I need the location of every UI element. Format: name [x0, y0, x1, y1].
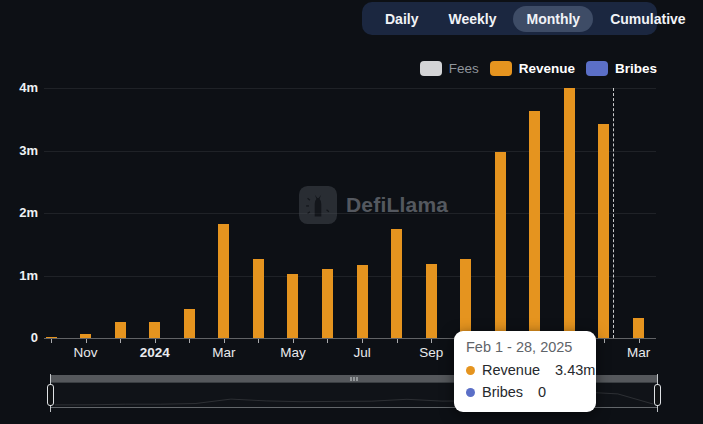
- tab-weekly[interactable]: Weekly: [435, 6, 509, 32]
- x-axis-tick: [51, 339, 52, 343]
- slider-grip-icon: [351, 377, 358, 381]
- revenue-bar[interactable]: [80, 334, 91, 338]
- revenue-bar[interactable]: [564, 88, 575, 338]
- legend-item-fees[interactable]: Fees: [420, 61, 479, 76]
- x-axis-tick: [293, 339, 294, 343]
- x-axis-tick: [224, 339, 225, 343]
- revenue-bar[interactable]: [426, 264, 437, 338]
- period-tab-bar: Daily Weekly Monthly Cumulative: [362, 2, 657, 35]
- y-axis-labels: 01m2m3m4m: [0, 0, 38, 424]
- chart-tooltip: Feb 1 - 28, 2025 Revenue 3.43m Bribes 0: [454, 331, 596, 412]
- bribes-swatch-icon: [586, 61, 608, 76]
- slider-right-handle[interactable]: [654, 384, 661, 406]
- tab-daily[interactable]: Daily: [372, 6, 431, 32]
- x-axis-tick: [362, 339, 363, 343]
- chart-page: Daily Weekly Monthly Cumulative Fees Rev…: [0, 0, 703, 424]
- x-axis-tick-label: Nov: [74, 345, 98, 360]
- tooltip-series-value: 0: [538, 381, 546, 403]
- bribes-dot-icon: [466, 388, 475, 397]
- legend-label: Fees: [449, 61, 479, 76]
- x-axis-tick: [431, 339, 432, 343]
- x-axis-tick: [397, 339, 398, 343]
- x-axis-tick: [639, 339, 640, 343]
- legend-label: Bribes: [615, 61, 657, 76]
- revenue-bar[interactable]: [598, 124, 609, 338]
- fees-swatch-icon: [420, 61, 442, 76]
- y-axis-tick-label: 4m: [0, 80, 38, 96]
- y-axis-tick-label: 0: [0, 330, 38, 346]
- slider-left-handle[interactable]: [47, 384, 54, 406]
- x-axis-tick: [86, 339, 87, 343]
- tab-monthly[interactable]: Monthly: [513, 6, 593, 32]
- x-axis-tick-label: 2024: [140, 345, 170, 360]
- revenue-bar[interactable]: [218, 224, 229, 338]
- revenue-bar[interactable]: [529, 111, 540, 339]
- tooltip-date: Feb 1 - 28, 2025: [466, 339, 584, 355]
- x-axis-tick: [604, 339, 605, 343]
- revenue-bar[interactable]: [253, 259, 264, 338]
- revenue-bar[interactable]: [149, 322, 160, 338]
- revenue-dot-icon: [466, 366, 475, 375]
- x-axis-tick-label: Jul: [353, 345, 370, 360]
- x-axis-tick-label: Mar: [212, 345, 235, 360]
- tooltip-series-name: Revenue: [482, 359, 540, 381]
- tab-cumulative[interactable]: Cumulative: [597, 6, 698, 32]
- x-axis-tick: [189, 339, 190, 343]
- x-axis-tick: [120, 339, 121, 343]
- y-axis-tick-label: 3m: [0, 143, 38, 159]
- tooltip-row-revenue: Revenue 3.43m: [466, 359, 584, 381]
- revenue-bar[interactable]: [115, 322, 126, 338]
- x-axis-tick-label: May: [280, 345, 306, 360]
- revenue-bar[interactable]: [633, 318, 644, 338]
- revenue-bar[interactable]: [391, 229, 402, 338]
- x-axis-tick: [327, 339, 328, 343]
- legend-item-bribes[interactable]: Bribes: [586, 61, 657, 76]
- legend-item-revenue[interactable]: Revenue: [490, 61, 575, 76]
- revenue-bar[interactable]: [357, 265, 368, 338]
- revenue-bar[interactable]: [322, 269, 333, 338]
- y-axis-tick-label: 2m: [0, 205, 38, 221]
- revenue-bar[interactable]: [184, 309, 195, 338]
- legend-label: Revenue: [519, 61, 575, 76]
- x-axis-tick-label: Mar: [627, 345, 650, 360]
- y-axis-tick-label: 1m: [0, 268, 38, 284]
- revenue-bar[interactable]: [460, 259, 471, 338]
- tooltip-series-name: Bribes: [482, 381, 523, 403]
- chart-legend: Fees Revenue Bribes: [420, 61, 657, 76]
- tooltip-row-bribes: Bribes 0: [466, 381, 584, 403]
- plot-area: Nov2024MarMayJulSepNov2025Mar: [44, 88, 656, 338]
- x-axis-tick: [155, 339, 156, 343]
- revenue-bar[interactable]: [495, 152, 506, 338]
- revenue-bar[interactable]: [287, 274, 298, 338]
- revenue-swatch-icon: [490, 61, 512, 76]
- x-axis-tick: [258, 339, 259, 343]
- revenue-bar[interactable]: [46, 337, 57, 339]
- tooltip-series-value: 3.43m: [555, 359, 595, 381]
- x-axis-tick-label: Sep: [419, 345, 443, 360]
